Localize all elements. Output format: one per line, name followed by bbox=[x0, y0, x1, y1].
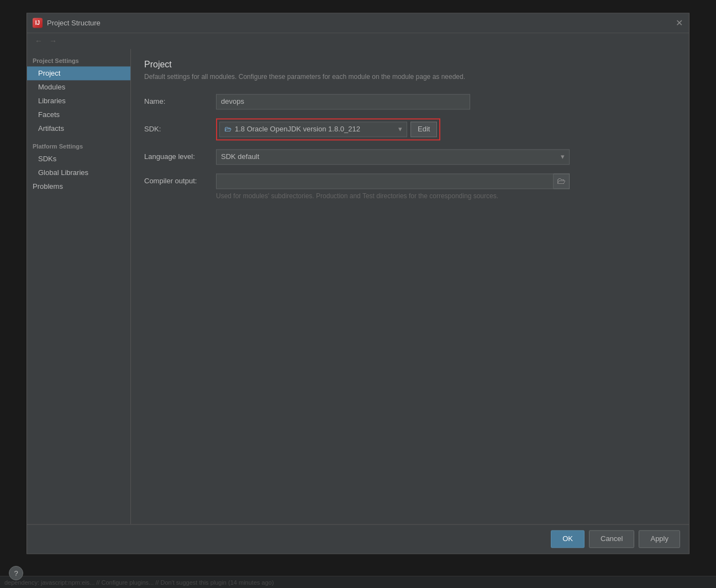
sdk-label: SDK: bbox=[144, 125, 216, 133]
compiler-input-wrap: 🗁 bbox=[216, 173, 570, 189]
apply-button[interactable]: Apply bbox=[639, 530, 680, 548]
folder-browse-icon: 🗁 bbox=[557, 176, 566, 186]
language-level-label: Language level: bbox=[144, 152, 216, 161]
name-row: Name: bbox=[144, 94, 676, 109]
nav-arrows: ← → bbox=[27, 33, 689, 49]
folder-browse-button[interactable]: 🗁 bbox=[554, 173, 570, 189]
dialog-title: Project Structure bbox=[47, 19, 675, 27]
dialog-footer: OK Cancel Apply bbox=[27, 524, 689, 553]
sidebar-item-libraries[interactable]: Libraries bbox=[27, 94, 130, 108]
sdk-dropdown[interactable]: 🗁 1.8 Oracle OpenJDK version 1.8.0_212 ▾ bbox=[219, 121, 407, 137]
dialog-content: Project Settings Project Modules Librari… bbox=[27, 49, 689, 524]
close-button[interactable]: ✕ bbox=[675, 18, 683, 27]
sidebar-item-facets[interactable]: Facets bbox=[27, 108, 130, 121]
compiler-output-label: Compiler output: bbox=[144, 177, 216, 185]
forward-arrow[interactable]: → bbox=[47, 35, 59, 46]
ok-button[interactable]: OK bbox=[551, 530, 585, 548]
panel-subtitle: Default settings for all modules. Config… bbox=[144, 73, 676, 81]
cancel-button[interactable]: Cancel bbox=[589, 530, 634, 548]
sdk-dropdown-arrow-icon: ▾ bbox=[398, 125, 402, 133]
edit-sdk-button[interactable]: Edit bbox=[410, 121, 437, 137]
name-label: Name: bbox=[144, 97, 216, 105]
sidebar-item-global-libraries[interactable]: Global Libraries bbox=[27, 166, 130, 179]
sdk-value: 1.8 Oracle OpenJDK version 1.8.0_212 bbox=[235, 125, 360, 133]
name-input[interactable] bbox=[216, 94, 470, 109]
back-arrow[interactable]: ← bbox=[33, 35, 45, 46]
sidebar-item-artifacts[interactable]: Artifacts bbox=[27, 121, 130, 135]
sdk-row: SDK: 🗁 1.8 Oracle OpenJDK version 1.8.0_… bbox=[144, 118, 676, 140]
sidebar: Project Settings Project Modules Librari… bbox=[27, 49, 131, 524]
compiler-output-input[interactable] bbox=[216, 173, 554, 189]
language-level-row: Language level: SDK default ▾ bbox=[144, 149, 676, 165]
sdk-folder-icon: 🗁 bbox=[224, 125, 231, 133]
sidebar-item-sdks[interactable]: SDKs bbox=[27, 152, 130, 166]
help-button[interactable]: ? bbox=[9, 566, 23, 580]
panel-title: Project bbox=[144, 60, 676, 70]
app-icon: IJ bbox=[33, 18, 43, 28]
sidebar-item-project[interactable]: Project bbox=[27, 66, 130, 80]
language-level-value: SDK default bbox=[221, 152, 259, 161]
dialog-titlebar: IJ Project Structure ✕ bbox=[27, 13, 689, 33]
project-settings-section-label: Project Settings bbox=[27, 55, 130, 66]
language-level-dropdown[interactable]: SDK default ▾ bbox=[216, 149, 570, 165]
lang-dropdown-arrow-icon: ▾ bbox=[561, 152, 565, 161]
sidebar-item-modules[interactable]: Modules bbox=[27, 80, 130, 94]
sidebar-item-problems[interactable]: Problems bbox=[27, 179, 130, 193]
project-structure-dialog: IJ Project Structure ✕ ← → Project Setti… bbox=[27, 13, 689, 554]
sdk-highlight-box: 🗁 1.8 Oracle OpenJDK version 1.8.0_212 ▾… bbox=[216, 118, 440, 140]
compiler-output-row: Compiler output: 🗁 bbox=[144, 173, 676, 189]
platform-settings-section-label: Platform Settings bbox=[27, 139, 130, 152]
compiler-hint: Used for modules' subdirectories. Produc… bbox=[216, 192, 676, 200]
main-panel: Project Default settings for all modules… bbox=[131, 49, 689, 524]
